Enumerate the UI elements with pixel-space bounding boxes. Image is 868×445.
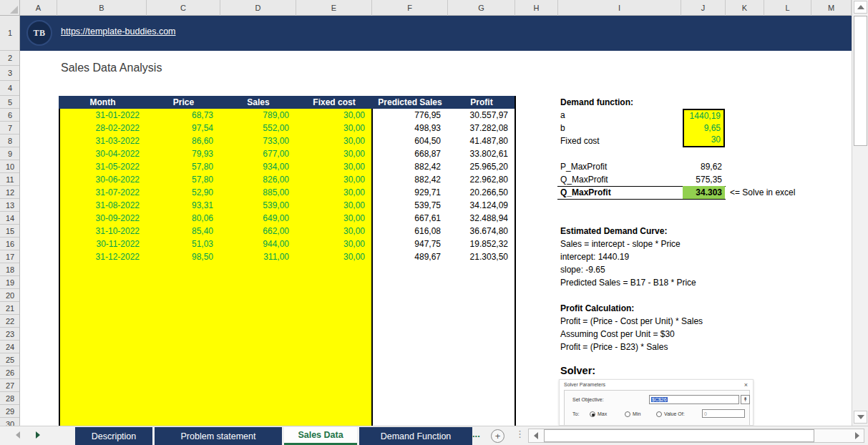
table-cell[interactable]: 51,03 [147, 238, 220, 250]
table-cell[interactable]: 30,00 [296, 173, 372, 186]
row-header-17[interactable]: 17 [0, 250, 20, 263]
table-cell[interactable]: 31-12-2022 [59, 250, 147, 263]
table-cell[interactable]: 30.557,97 [448, 109, 515, 122]
table-cell[interactable]: 30,00 [296, 199, 372, 212]
table-cell[interactable]: 31-07-2022 [59, 186, 147, 199]
table-cell[interactable]: 25.965,20 [448, 160, 515, 173]
row-header-2[interactable]: 2 [0, 51, 20, 66]
row-header-18[interactable]: 18 [0, 263, 20, 276]
table-cell[interactable]: 539,75 [372, 199, 448, 212]
table-cell[interactable]: 31-05-2022 [59, 160, 147, 173]
row-header-4[interactable]: 4 [0, 81, 20, 96]
table-cell[interactable]: 929,71 [372, 186, 448, 199]
row-header-9[interactable]: 9 [0, 147, 20, 160]
table-cell[interactable]: 885,00 [220, 186, 296, 199]
row-header-14[interactable]: 14 [0, 212, 20, 225]
table-cell[interactable]: 489,67 [372, 250, 448, 263]
row-header-7[interactable]: 7 [0, 122, 20, 135]
row-header-21[interactable]: 21 [0, 302, 20, 315]
table-cell[interactable]: 97,54 [147, 122, 220, 135]
column-header-c[interactable]: C [147, 0, 220, 16]
table-cell[interactable]: 34.124,09 [448, 199, 515, 212]
row-header-3[interactable]: 3 [0, 66, 20, 81]
tab-options-dots[interactable]: ⋮ [515, 429, 525, 439]
table-cell[interactable]: 19.852,32 [448, 238, 515, 250]
table-cell[interactable]: 31-10-2022 [59, 225, 147, 238]
table-cell[interactable]: 30,00 [296, 186, 372, 199]
table-cell[interactable]: 30,00 [296, 109, 372, 122]
tab-problem-statement[interactable]: Problem statement [155, 427, 282, 445]
table-cell[interactable]: 31-03-2022 [59, 135, 147, 147]
table-cell[interactable]: 498,93 [372, 122, 448, 135]
parameter-cells[interactable]: 1440,19 9,65 30 [683, 109, 725, 147]
row-header-23[interactable]: 23 [0, 328, 20, 341]
table-cell[interactable]: 934,00 [220, 160, 296, 173]
table-cell[interactable]: 30,00 [296, 122, 372, 135]
table-cell[interactable]: 552,00 [220, 122, 296, 135]
vertical-scroll-thumb[interactable] [854, 16, 867, 146]
banner-link[interactable]: https://template-buddies.com [61, 26, 176, 36]
row-header-1[interactable]: 1 [0, 16, 20, 51]
table-cell[interactable]: 33.802,61 [448, 147, 515, 160]
param-value-a[interactable]: 1440,19 [684, 110, 723, 122]
tab-sales-data[interactable]: Sales Data [284, 427, 357, 445]
column-header-b[interactable]: B [57, 0, 147, 16]
table-cell[interactable]: 30-06-2022 [59, 173, 147, 186]
scroll-down-button[interactable] [854, 411, 867, 424]
table-cell[interactable]: 30,00 [296, 147, 372, 160]
table-cell[interactable]: 68,73 [147, 109, 220, 122]
table-cell[interactable]: 20.266,50 [448, 186, 515, 199]
table-cell[interactable]: 41.487,80 [448, 135, 515, 147]
row-header-26[interactable]: 26 [0, 366, 20, 379]
table-cell[interactable]: 93,31 [147, 199, 220, 212]
table-cell[interactable]: 604,50 [372, 135, 448, 147]
row-header-12[interactable]: 12 [0, 186, 20, 199]
p-maxprofit-value[interactable]: 89,62 [683, 160, 725, 173]
table-cell[interactable]: 882,42 [372, 160, 448, 173]
tab-overflow[interactable]: ... [472, 429, 480, 439]
table-cell[interactable]: 616,08 [372, 225, 448, 238]
table-cell[interactable]: 37.282,08 [448, 122, 515, 135]
table-cell[interactable]: 649,00 [220, 212, 296, 225]
tab-demand-function[interactable]: Demand Function [359, 427, 472, 445]
q-maxprofit-value[interactable]: 575,35 [683, 173, 725, 186]
row-header-19[interactable]: 19 [0, 276, 20, 289]
table-cell[interactable]: 30,00 [296, 135, 372, 147]
row-header-29[interactable]: 29 [0, 405, 20, 418]
yellow-input-region[interactable] [59, 263, 372, 426]
table-cell[interactable]: 98,50 [147, 250, 220, 263]
table-cell[interactable]: 86,60 [147, 135, 220, 147]
row-header-5[interactable]: 5 [0, 96, 20, 109]
table-cell[interactable]: 776,95 [372, 109, 448, 122]
table-cell[interactable]: 30-09-2022 [59, 212, 147, 225]
row-header-10[interactable]: 10 [0, 160, 20, 173]
table-cell[interactable]: 539,00 [220, 199, 296, 212]
param-value-fixed-cost[interactable]: 30 [684, 134, 723, 146]
table-cell[interactable]: 21.303,50 [448, 250, 515, 263]
table-cell[interactable]: 80,06 [147, 212, 220, 225]
table-cell[interactable]: 789,00 [220, 109, 296, 122]
table-cell[interactable]: 36.674,80 [448, 225, 515, 238]
table-cell[interactable]: 22.962,80 [448, 173, 515, 186]
column-header-l[interactable]: L [764, 0, 811, 16]
row-header-30[interactable]: 30 [0, 418, 20, 426]
row-header-6[interactable]: 6 [0, 109, 20, 122]
row-header-27[interactable]: 27 [0, 379, 20, 392]
row-header-11[interactable]: 11 [0, 173, 20, 186]
table-cell[interactable]: 30,00 [296, 225, 372, 238]
select-all-corner[interactable] [0, 0, 20, 16]
table-cell[interactable]: 57,80 [147, 173, 220, 186]
row-header-28[interactable]: 28 [0, 392, 20, 405]
scroll-left-button[interactable] [529, 429, 542, 442]
table-cell[interactable]: 733,00 [220, 135, 296, 147]
row-header-25[interactable]: 25 [0, 353, 20, 366]
row-header-13[interactable]: 13 [0, 199, 20, 212]
table-cell[interactable]: 662,00 [220, 225, 296, 238]
table-cell[interactable]: 30-11-2022 [59, 238, 147, 250]
horizontal-scroll-thumb[interactable] [544, 429, 814, 442]
next-sheet-button[interactable] [36, 431, 40, 439]
param-value-b[interactable]: 9,65 [684, 122, 723, 135]
column-header-d[interactable]: D [220, 0, 296, 16]
table-cell[interactable]: 947,75 [372, 238, 448, 250]
solver-objective-cell[interactable]: 34.303 [683, 186, 725, 199]
